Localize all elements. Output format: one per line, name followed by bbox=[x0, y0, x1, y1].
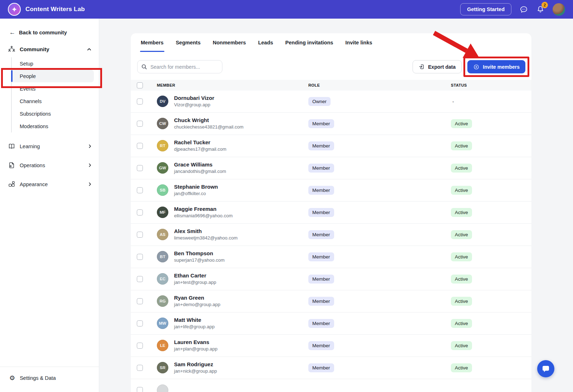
member-avatar: GW bbox=[157, 162, 168, 174]
member-name: Grace Williams bbox=[174, 161, 226, 168]
table-row: EC Ethan Carter jan+test@group.app Membe… bbox=[131, 268, 531, 290]
chat-launcher-button[interactable] bbox=[537, 360, 554, 377]
sidebar-section-operations[interactable]: Operations bbox=[0, 157, 99, 173]
chevron-right-icon bbox=[88, 182, 92, 187]
row-checkbox[interactable] bbox=[137, 209, 143, 216]
notification-count-badge: 2 bbox=[541, 2, 548, 8]
back-to-community-link[interactable]: ← Back to community bbox=[0, 19, 99, 38]
user-avatar[interactable] bbox=[553, 3, 565, 16]
member-name: Lauren Evans bbox=[174, 339, 217, 346]
member-avatar: CW bbox=[157, 118, 168, 129]
row-checkbox[interactable] bbox=[137, 165, 143, 171]
sidebar: ← Back to community Community SetupPeopl… bbox=[0, 19, 99, 392]
row-checkbox[interactable] bbox=[137, 365, 143, 371]
getting-started-button[interactable]: Getting Started bbox=[460, 3, 511, 15]
sidebar-item-subscriptions[interactable]: Subscriptions bbox=[12, 107, 94, 120]
table-row: RG Ryan Green jan+demo@group.app Member … bbox=[131, 290, 531, 313]
role-badge: Member bbox=[308, 119, 334, 128]
search-input[interactable] bbox=[137, 60, 222, 73]
role-badge: Owner bbox=[308, 97, 331, 106]
sidebar-section-learning[interactable]: Learning bbox=[0, 138, 99, 154]
row-checkbox[interactable] bbox=[137, 232, 143, 238]
messages-button[interactable] bbox=[519, 5, 528, 14]
member-avatar: SB bbox=[157, 184, 168, 196]
status-badge: Active bbox=[451, 186, 472, 195]
member-avatar: BT bbox=[157, 251, 168, 262]
sidebar-section-appearance[interactable]: Appearance bbox=[0, 176, 99, 192]
sidebar-section-community[interactable]: Community bbox=[0, 38, 99, 57]
members-panel: MembersSegmentsNonmembersLeadsPending in… bbox=[131, 33, 531, 392]
invite-members-highlight-box: Invite members bbox=[463, 57, 529, 77]
status-badge: Active bbox=[451, 164, 472, 173]
sparkle-star-icon bbox=[11, 6, 18, 13]
member-avatar: DV bbox=[157, 96, 168, 107]
community-logo[interactable] bbox=[8, 3, 21, 16]
tab-invite-links[interactable]: Invite links bbox=[345, 40, 372, 54]
row-checkbox[interactable] bbox=[137, 254, 143, 260]
member-name: Ethan Carter bbox=[174, 272, 216, 279]
row-checkbox[interactable] bbox=[137, 387, 143, 392]
row-checkbox[interactable] bbox=[137, 276, 143, 282]
table-row: DV Dornubari Vizor Vizor@group.app Owner… bbox=[131, 91, 531, 113]
table-controls: Export data Invite members bbox=[131, 54, 531, 78]
status-badge: Active bbox=[451, 141, 472, 150]
learning-book-icon bbox=[8, 142, 15, 150]
status-empty: - bbox=[451, 99, 454, 105]
table-row: CW Chuck Wright chuckiechesse43821@gmail… bbox=[131, 113, 531, 135]
table-row: GW Grace Williams jancandothis@gmail.com… bbox=[131, 157, 531, 179]
member-email: jan@offkilter.co bbox=[174, 191, 218, 197]
member-name: Maggie Freeman bbox=[174, 206, 233, 213]
members-table: MEMBER ROLE STATUS DV Dornubari Vizor Vi… bbox=[131, 80, 531, 392]
sidebar-item-setup[interactable]: Setup bbox=[12, 57, 94, 70]
sidebar-community-label: Community bbox=[20, 46, 82, 52]
row-checkbox[interactable] bbox=[137, 298, 143, 304]
settings-and-data-link[interactable]: ⚙ Settings & Data bbox=[0, 367, 99, 392]
member-email: chuckiechesse43821@gmail.com bbox=[174, 124, 244, 130]
member-name: Sam Rodriguez bbox=[174, 361, 217, 368]
row-checkbox[interactable] bbox=[137, 98, 143, 105]
export-data-button[interactable]: Export data bbox=[413, 60, 462, 73]
sidebar-item-moderations[interactable]: Moderations bbox=[12, 120, 94, 132]
member-email: limesweetjm3842@yahoo.com bbox=[174, 235, 237, 241]
member-email: ellismania9696@yahoo.com bbox=[174, 213, 233, 219]
row-checkbox[interactable] bbox=[137, 143, 143, 149]
row-checkbox[interactable] bbox=[137, 320, 143, 326]
row-checkbox[interactable] bbox=[137, 187, 143, 193]
app-title: Content Writers Lab bbox=[25, 6, 85, 13]
role-badge: Member bbox=[308, 230, 334, 239]
tab-leads[interactable]: Leads bbox=[258, 40, 273, 54]
table-row: SR Sam Rodriguez jan+nick@group.app Memb… bbox=[131, 357, 531, 379]
member-avatar: RG bbox=[157, 295, 168, 307]
tab-members[interactable]: Members bbox=[141, 40, 164, 54]
chevron-up-icon bbox=[87, 47, 92, 52]
table-header-row: MEMBER ROLE STATUS bbox=[131, 80, 531, 91]
back-arrow-icon: ← bbox=[9, 29, 15, 35]
status-badge: Active bbox=[451, 341, 472, 350]
table-row: MF Maggie Freeman ellismania9696@yahoo.c… bbox=[131, 202, 531, 224]
member-name: Ryan Green bbox=[174, 295, 220, 301]
tab-nonmembers[interactable]: Nonmembers bbox=[213, 40, 246, 54]
plus-circle-icon bbox=[473, 64, 480, 70]
notifications-button[interactable]: 2 bbox=[536, 5, 545, 14]
search-icon bbox=[141, 64, 147, 70]
invite-members-button[interactable]: Invite members bbox=[467, 60, 525, 73]
status-badge: Active bbox=[451, 252, 472, 261]
role-badge: Member bbox=[308, 363, 334, 372]
member-name: Stephanie Brown bbox=[174, 184, 218, 190]
sidebar-item-people[interactable]: People bbox=[12, 70, 94, 82]
row-checkbox[interactable] bbox=[137, 121, 143, 127]
chat-launcher-bubble-icon bbox=[541, 364, 550, 373]
member-name: Alex Smith bbox=[174, 228, 237, 235]
table-row: AS Alex Smith limesweetjm3842@yahoo.com … bbox=[131, 224, 531, 246]
select-all-checkbox[interactable] bbox=[137, 82, 143, 88]
sidebar-item-events[interactable]: Events bbox=[12, 82, 94, 95]
row-checkbox[interactable] bbox=[137, 343, 143, 349]
member-avatar: MW bbox=[157, 318, 168, 329]
tab-pending-invitations[interactable]: Pending invitations bbox=[285, 40, 333, 54]
status-badge: Active bbox=[451, 208, 472, 217]
sidebar-item-channels[interactable]: Channels bbox=[12, 95, 94, 107]
member-name: Dornubari Vizor bbox=[174, 95, 214, 102]
member-name: Matt White bbox=[174, 317, 215, 324]
status-badge: Active bbox=[451, 230, 472, 239]
tab-segments[interactable]: Segments bbox=[176, 40, 201, 54]
